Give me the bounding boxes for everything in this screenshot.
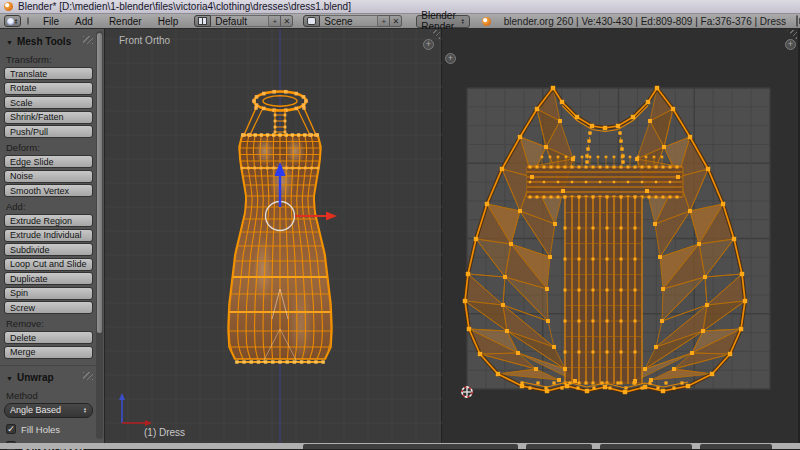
cutoff-header-block xyxy=(526,444,592,449)
mesh-tools-panel-header[interactable]: ▼Mesh Tools xyxy=(4,33,93,50)
window-duplicate-icon[interactable] xyxy=(796,15,798,27)
fill-holes-row: ✓ Fill Holes xyxy=(6,424,93,435)
tool-button-noise[interactable]: Noise xyxy=(4,170,93,183)
blender-window: Blender* [D:\medien\1-blender\files\vict… xyxy=(0,0,800,450)
fill-holes-checkbox[interactable]: ✓ xyxy=(6,424,16,434)
fill-holes-label: Fill Holes xyxy=(21,424,60,435)
section-label: Deform: xyxy=(6,142,93,153)
unwrap-title: Unwrap xyxy=(17,372,54,383)
screen-layout-icon xyxy=(198,17,207,25)
cutoff-header-block xyxy=(303,444,518,449)
method-label: Method xyxy=(6,390,93,401)
uv-editor-canvas[interactable] xyxy=(442,29,798,443)
panel-grip-icon xyxy=(83,36,93,44)
tool-button-translate[interactable]: Translate xyxy=(4,67,93,80)
menu-add[interactable]: Add xyxy=(67,16,101,27)
tool-shelf: ▼Mesh Tools Transform:TranslateRotateSca… xyxy=(0,29,105,443)
tool-button-loop-cut-and-slide[interactable]: Loop Cut and Slide xyxy=(4,258,93,271)
window-title: Blender* [D:\medien\1-blender\files\vict… xyxy=(18,1,351,12)
tool-button-merge[interactable]: Merge xyxy=(4,346,93,359)
viewport-3d[interactable]: Front Ortho (1) Dress + xyxy=(105,29,442,443)
section-label: Remove: xyxy=(6,318,93,329)
delete-scene-button[interactable]: ✕ xyxy=(390,15,402,27)
tool-button-push-pull[interactable]: Push/Pull xyxy=(4,125,93,138)
tool-button-delete[interactable]: Delete xyxy=(4,331,93,344)
tool-button-edge-slide[interactable]: Edge Slide xyxy=(4,155,93,168)
add-layout-button[interactable]: + xyxy=(269,15,281,27)
mesh-tools-sections: Transform:TranslateRotateScaleShrink/Fat… xyxy=(4,54,93,359)
panel-separator xyxy=(0,361,100,366)
tool-button-extrude-region[interactable]: Extrude Region xyxy=(4,214,93,227)
menu-render[interactable]: Render xyxy=(101,16,150,27)
editor-type-button[interactable]: ▲▼ xyxy=(4,15,21,27)
updown-arrows-icon: ▲▼ xyxy=(14,18,18,24)
unwrap-method-value: Angle Based xyxy=(10,405,61,415)
info-editor-icon xyxy=(7,18,14,25)
tool-button-screw[interactable]: Screw xyxy=(4,301,93,314)
scene-browse-button[interactable] xyxy=(303,15,320,27)
cutoff-header-block xyxy=(700,444,772,449)
blender-logo-icon-small xyxy=(482,17,491,26)
cutoff-editor-header-strip xyxy=(0,443,800,449)
scene-stats: blender.org 260 | Ve:430-430 | Ed:809-80… xyxy=(504,16,786,27)
updown-arrows-icon: ▲▼ xyxy=(461,18,465,24)
expand-region-icon[interactable]: + xyxy=(785,39,796,50)
tool-button-scale[interactable]: Scale xyxy=(4,96,93,109)
unwrap-panel-header[interactable]: ▼Unwrap xyxy=(4,369,93,386)
view-mode-label: Front Ortho xyxy=(119,35,170,46)
mesh-tools-title: Mesh Tools xyxy=(17,36,71,47)
panel-grip-icon xyxy=(83,372,93,380)
toolshelf-scrollbar-thumb[interactable] xyxy=(97,33,102,333)
cutoff-header-block xyxy=(600,444,692,449)
scene-name-field[interactable]: Scene xyxy=(320,15,378,27)
tool-button-smooth-vertex[interactable]: Smooth Vertex xyxy=(4,184,93,197)
tool-button-subdivide[interactable]: Subdivide xyxy=(4,243,93,256)
delete-layout-button[interactable]: ✕ xyxy=(281,15,293,27)
unwrap-method-select[interactable]: Angle Based ▲▼ xyxy=(4,403,93,418)
info-header: ▲▼ File Add Render Help Default + ✕ Scen… xyxy=(0,14,800,29)
screen-layout-name-field[interactable]: Default xyxy=(211,15,269,27)
menu-help[interactable]: Help xyxy=(150,16,187,27)
tool-button-extrude-individual[interactable]: Extrude Individual xyxy=(4,229,93,242)
section-label: Transform: xyxy=(6,54,93,65)
tool-button-rotate[interactable]: Rotate xyxy=(4,82,93,95)
toolshelf-scrollbar[interactable] xyxy=(96,31,103,439)
section-label: Add: xyxy=(6,201,93,212)
scene-icon xyxy=(307,17,316,25)
active-object-label: (1) Dress xyxy=(144,427,185,438)
viewport-3d-canvas[interactable] xyxy=(105,29,442,443)
menu-file[interactable]: File xyxy=(35,16,67,27)
collapse-triangle-icon: ▼ xyxy=(6,375,13,382)
tool-button-spin[interactable]: Spin xyxy=(4,287,93,300)
updown-arrows-icon: ▲▼ xyxy=(83,407,87,413)
tool-button-shrink-fatten[interactable]: Shrink/Fatten xyxy=(4,111,93,124)
main-area: ▼Mesh Tools Transform:TranslateRotateSca… xyxy=(0,29,800,443)
collapse-menus-icon[interactable] xyxy=(27,17,29,25)
blender-logo-icon xyxy=(4,2,13,11)
add-scene-button[interactable]: + xyxy=(378,15,390,27)
screen-layout-browse-button[interactable] xyxy=(194,15,211,27)
collapse-triangle-icon: ▼ xyxy=(6,39,13,46)
render-engine-select[interactable]: Blender Render ▲▼ xyxy=(416,15,469,28)
expand-region-icon[interactable]: + xyxy=(423,39,434,50)
titlebar: Blender* [D:\medien\1-blender\files\vict… xyxy=(0,0,800,14)
tool-button-duplicate[interactable]: Duplicate xyxy=(4,272,93,285)
expand-region-icon[interactable]: + xyxy=(445,53,456,64)
uv-image-editor[interactable]: + + xyxy=(442,29,798,443)
